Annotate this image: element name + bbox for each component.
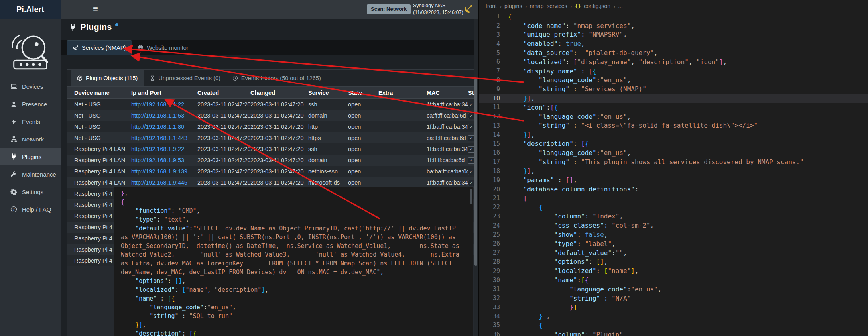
editor-line: 14 }],	[479, 130, 868, 139]
changed-cell: 2023-03-11 02:47:20	[250, 112, 308, 119]
line-content: "language_code":"en_us",	[508, 76, 631, 84]
editor-line: 3 "unique_prefix": "NMAPSRV",	[479, 30, 868, 39]
json-file-icon: {}	[575, 3, 581, 9]
breadcrumb-item-nmap-services[interactable]: nmap_services	[529, 3, 567, 9]
status-checkbox[interactable]: ✓	[468, 113, 474, 119]
ip-port-link[interactable]: http://192.168.1.1:443	[131, 135, 187, 141]
screen: Pi.Alert ≡ Scan: Network Synology-NAS (1…	[0, 0, 868, 336]
overlay-scrollbar-thumb[interactable]	[470, 189, 472, 204]
editor-line: 4 "enabled": true,	[479, 39, 868, 48]
mac-cell: ca:ff:ff:ca:ba:6d	[427, 112, 468, 119]
editor-line: 23 "column": "Index",	[479, 212, 868, 221]
code-editor[interactable]: front › plugins › nmap_services › {} con…	[479, 0, 868, 336]
sidebar-item-plugins[interactable]: Plugins	[0, 148, 61, 165]
code-line: "type": "text",	[121, 215, 466, 224]
ip-port-link[interactable]: http://192.168.1.9:22	[131, 146, 184, 152]
column-header-created[interactable]: Created	[197, 90, 250, 96]
created-cell: 2023-03-11 02:47:20	[197, 168, 250, 175]
mac-cell: 1f:ff:ff:ca:ba:6d	[427, 157, 468, 163]
status-checkbox[interactable]: ✓	[468, 146, 474, 153]
column-header-service[interactable]: Service	[308, 90, 348, 96]
line-content: }],	[508, 131, 535, 138]
breadcrumb-symbol-path[interactable]: ...	[618, 3, 623, 9]
line-content: "description": [{	[508, 140, 589, 147]
editor-line: 19 "params" : [],	[479, 175, 868, 185]
editor-line: 11 "icon":[{	[479, 103, 868, 112]
created-cell: 2023-03-11 02:47:20	[197, 112, 250, 119]
table-row: Net - USGhttp://192.168.1.1:222023-03-11…	[67, 99, 476, 110]
ip-port-link[interactable]: http://192.168.1.9:53	[131, 157, 184, 163]
column-header-ip-and-port[interactable]: Ip and Port	[131, 90, 197, 96]
tab-unprocessed-events-0[interactable]: Unprocessed Events (0)	[144, 70, 226, 86]
ip-port-cell: http://192.168.1.1:22	[131, 101, 197, 108]
device-name-cell: Raspberry Pi 4 LAN	[74, 179, 131, 186]
editor-line: 17 "string" : "This plugin shows all ser…	[479, 157, 868, 167]
editor-code[interactable]: 1{2 "code_name": "nmap_services",3 "uniq…	[479, 12, 868, 336]
editor-line: 7 "display_name" : [{	[479, 67, 868, 76]
line-content: "enabled": true,	[508, 40, 585, 47]
ip-port-link[interactable]: http://192.168.1.9:139	[131, 168, 187, 175]
tab-services-nmap[interactable]: Services (NMAP)	[67, 40, 132, 55]
ip-port-cell: http://192.168.1.9:53	[131, 157, 197, 163]
line-number: 22	[479, 204, 500, 211]
tab-label: Unprocessed Events (0)	[158, 75, 220, 81]
device-name-cell: Raspberry Pi 4 LAN	[74, 168, 131, 175]
status-checkbox[interactable]: ✓	[468, 157, 474, 164]
breadcrumb: front › plugins › nmap_services › {} con…	[479, 0, 868, 12]
sidebar-item-help-faq[interactable]: ?Help / FAQ	[0, 200, 61, 218]
sidebar-item-network[interactable]: Network	[0, 130, 61, 148]
line-number: 19	[479, 177, 500, 184]
column-header-state[interactable]: State	[348, 90, 378, 96]
laptop-icon	[10, 83, 17, 90]
ip-port-link[interactable]: http://192.168.1.1:22	[131, 101, 184, 108]
sidebar-item-maintenance[interactable]: Maintenance	[0, 165, 61, 183]
column-header-device-name[interactable]: Device name	[74, 90, 131, 96]
tab-plugin-objects-115[interactable]: Plugin Objects (115)	[71, 70, 144, 86]
clock-icon	[232, 75, 238, 81]
app-brand[interactable]: Pi.Alert	[0, 0, 61, 19]
status-checkbox[interactable]: ✓	[468, 169, 474, 175]
tab-label: Services (NMAP)	[82, 45, 126, 51]
ip-port-cell: http://192.168.1.9:445	[131, 179, 197, 186]
breadcrumb-item-plugins[interactable]: plugins	[504, 3, 522, 9]
status-checkbox[interactable]: ✓	[468, 180, 474, 186]
sidebar-item-events[interactable]: Events	[0, 113, 61, 130]
mac-cell: 1f:ba:ff:ca:ba:34	[427, 124, 468, 130]
column-header-extra[interactable]: Extra	[378, 90, 427, 96]
line-number: 6	[479, 58, 500, 65]
sidebar-item-presence[interactable]: Presence	[0, 95, 61, 113]
menu-toggle-icon[interactable]: ≡	[93, 4, 98, 14]
column-header-changed[interactable]: Changed	[250, 90, 308, 96]
line-content: } ,	[508, 312, 550, 320]
breadcrumb-item-file[interactable]: config.json	[584, 3, 610, 9]
ip-port-link[interactable]: http://192.168.1.9:445	[131, 179, 187, 186]
ip-port-link[interactable]: http://192.168.1.1:80	[131, 124, 184, 130]
mac-cell: ca:ff:ff:ca:ba:6d	[427, 135, 468, 141]
sidebar-item-settings[interactable]: Settings	[0, 183, 61, 200]
pialert-logo	[7, 29, 54, 75]
line-number: 24	[479, 222, 500, 229]
svg-text:?: ?	[13, 207, 15, 211]
line-content: }],	[508, 167, 535, 175]
ip-port-link[interactable]: http://192.168.1.1:53	[131, 112, 184, 119]
title-badge-dot	[115, 23, 118, 26]
tab-events-history-50-out-of-1265[interactable]: Events History (50 out of 1265)	[226, 70, 327, 86]
status-checkbox[interactable]: ✓	[468, 135, 474, 141]
changed-cell: 2023-03-11 02:47:20	[250, 101, 308, 108]
breadcrumb-item-front[interactable]: front	[486, 3, 497, 9]
service-cell: https	[308, 135, 348, 141]
page-scrollbar-thumb[interactable]	[474, 79, 477, 266]
editor-line: 20 "database_column_definitions":	[479, 185, 868, 194]
status-checkbox[interactable]: ✓	[468, 102, 474, 108]
satellite-dish-icon[interactable]	[463, 4, 473, 14]
editor-line: 31 "language_code":"en_us",	[479, 285, 868, 294]
sidebar-item-devices[interactable]: Devices	[0, 78, 61, 95]
line-number: 10	[479, 95, 500, 102]
device-name-cell: Raspberry Pi 4 LAN	[74, 157, 131, 163]
code-line: }],	[121, 320, 466, 329]
status-checkbox[interactable]: ✓	[468, 124, 474, 130]
tab-website-monitor[interactable]: Website monitor	[132, 40, 194, 55]
column-header-mac[interactable]: MAC	[427, 90, 468, 96]
tab-label: Plugin Objects (115)	[86, 75, 138, 81]
page-scrollbar[interactable]	[474, 19, 478, 336]
